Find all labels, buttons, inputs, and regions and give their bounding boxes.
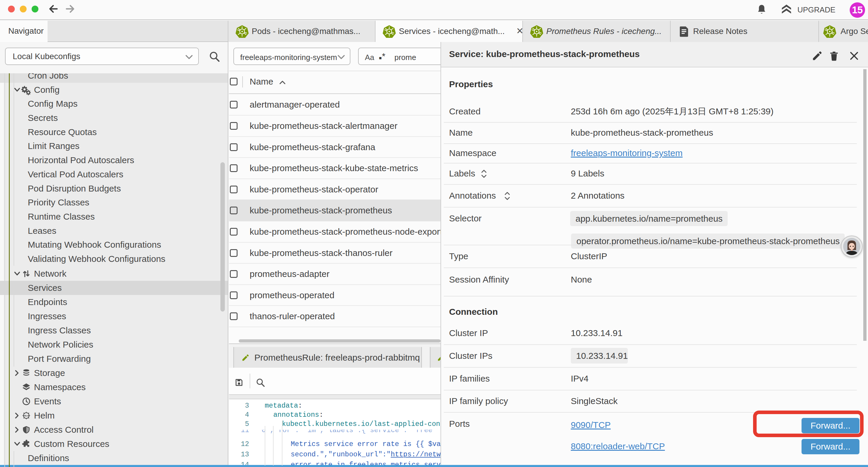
svg-text:HELM: HELM <box>24 415 29 417</box>
